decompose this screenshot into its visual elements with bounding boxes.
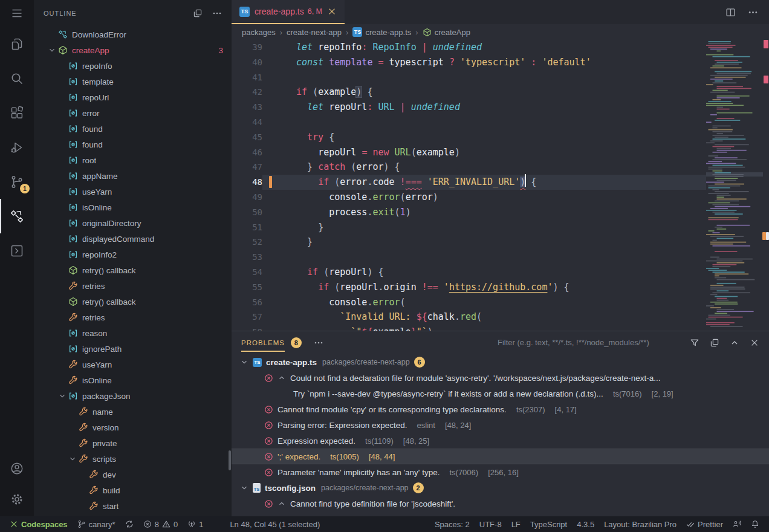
activity-files[interactable] — [0, 27, 34, 61]
code-line[interactable]: 40const template = typescript ? 'typescr… — [232, 55, 769, 70]
outline-item[interactable]: useYarn — [34, 184, 232, 199]
chevron-down-icon[interactable] — [48, 46, 58, 54]
outline-item[interactable]: template — [34, 74, 232, 89]
code-line[interactable]: 50 process.exit(1) — [232, 205, 769, 220]
code-line[interactable]: 47 } catch (error) { — [232, 160, 769, 175]
code-line[interactable]: 49 console.error(error) — [232, 190, 769, 205]
outline-item[interactable]: createApp3 — [34, 42, 232, 58]
more-actions-icon[interactable] — [748, 7, 758, 18]
code-line[interactable]: 46 repoUrl = new URL(example) — [232, 145, 769, 160]
outline-item[interactable]: appName — [34, 168, 232, 184]
code-line[interactable]: 45 try { — [232, 130, 769, 145]
problem-row[interactable]: The file is in the program because: — [232, 511, 769, 516]
outline-item[interactable]: build — [34, 482, 232, 498]
outline-item[interactable]: repoUrl — [34, 89, 232, 105]
outline-item[interactable]: retry() callback — [34, 294, 232, 310]
problem-row[interactable]: Parsing error: Expression expected.eslin… — [232, 417, 769, 433]
more-actions-icon[interactable] — [212, 8, 222, 18]
code-line[interactable]: 57 `Invalid URL: ${chalk.red( — [232, 310, 769, 325]
outline-item[interactable]: retry() callback — [34, 262, 232, 278]
code-line[interactable]: 54 if (repoUrl) { — [232, 265, 769, 280]
status-1[interactable]: 1 — [183, 516, 208, 532]
outline-item[interactable]: scripts — [34, 451, 232, 467]
problem-row[interactable]: Try `npm i --save-dev @types/async-retry… — [232, 386, 769, 401]
activity-search[interactable] — [0, 61, 34, 96]
status-feedback[interactable] — [728, 516, 746, 532]
activity-source-control[interactable]: 1 — [0, 164, 34, 199]
status-layout-brazilian-pro[interactable]: Layout: Brazilian Pro — [599, 516, 681, 532]
code-line[interactable]: 56 console.error( — [232, 295, 769, 310]
status-prettier[interactable]: Prettier — [681, 516, 728, 532]
status-4-3-5[interactable]: 4.3.5 — [572, 516, 599, 532]
problem-row[interactable]: Cannot find module 'cpy' or its correspo… — [232, 401, 769, 417]
outline-item[interactable]: root — [34, 152, 232, 168]
status-typescript[interactable]: TypeScript — [525, 516, 572, 532]
status-codespaces[interactable]: Codespaces — [5, 516, 73, 532]
outline-item[interactable]: private — [34, 435, 232, 451]
outline-item[interactable]: packageJson — [34, 388, 232, 404]
activity-extensions[interactable] — [0, 96, 34, 130]
split-editor-icon[interactable] — [725, 7, 736, 18]
code-line[interactable]: 55 if (repoUrl.origin !== 'https://githu… — [232, 280, 769, 295]
tab-problems[interactable]: PROBLEMS — [241, 339, 285, 346]
status-ln-48-col-45-1-selected-[interactable]: Ln 48, Col 45 (1 selected) — [225, 516, 325, 532]
tab-create-app-ts[interactable]: TS create-app.ts 6, M — [232, 0, 345, 24]
activity-symbols[interactable] — [0, 199, 34, 233]
outline-item[interactable]: displayedCommand — [34, 231, 232, 247]
chevron-up-icon[interactable] — [277, 499, 286, 508]
more-actions-icon[interactable] — [314, 338, 323, 348]
code-line[interactable]: 48 if (error.code !=== 'ERR_INVALID_URL'… — [232, 175, 769, 190]
problem-row[interactable]: ';' expected.ts(1005)[48, 44] — [232, 449, 769, 464]
outline-item[interactable]: retries — [34, 310, 232, 325]
chevron-down-icon[interactable] — [68, 455, 79, 463]
collapse-all-icon[interactable] — [710, 338, 719, 348]
chevron-up-icon[interactable] — [730, 338, 739, 348]
outline-item[interactable]: retries — [34, 278, 232, 294]
code-line[interactable]: 41 — [232, 70, 769, 85]
status-sync[interactable] — [120, 516, 138, 532]
code-line[interactable]: 44 — [232, 115, 769, 130]
chevron-down-icon[interactable] — [240, 358, 248, 366]
collapse-all-icon[interactable] — [193, 8, 203, 18]
breadcrumb-item[interactable]: TScreate-app.ts — [352, 27, 411, 37]
code-line[interactable]: 58 `"${example}"`) — [232, 325, 769, 331]
breadcrumb-item[interactable]: createApp — [423, 28, 470, 37]
activity-menu[interactable] — [0, 0, 34, 27]
outline-item[interactable]: repoInfo — [34, 58, 232, 74]
problem-row[interactable]: Parameter 'name' implicitly has an 'any'… — [232, 464, 769, 480]
status-spaces-2[interactable]: Spaces: 2 — [430, 516, 475, 532]
outline-item[interactable]: found — [34, 121, 232, 137]
activity-account[interactable] — [0, 455, 34, 482]
problems-file-row[interactable]: TStsconfig.jsonpackages/create-next-app2 — [232, 480, 769, 496]
code-line[interactable]: 51 } — [232, 220, 769, 235]
problems-filter-input[interactable] — [498, 338, 679, 347]
activity-gear[interactable] — [0, 482, 34, 516]
close-panel-icon[interactable] — [750, 338, 759, 348]
status-8[interactable]: 80 — [138, 516, 183, 532]
chevron-down-icon[interactable] — [240, 484, 248, 492]
outline-item[interactable]: dev — [34, 467, 232, 482]
code-line[interactable]: 52 } — [232, 235, 769, 250]
status-bell[interactable] — [746, 516, 764, 532]
code-line[interactable]: 43 let repoUrl: URL | undefined — [232, 100, 769, 115]
chevron-down-icon[interactable] — [58, 392, 68, 400]
status-lf[interactable]: LF — [507, 516, 525, 532]
outline-item[interactable]: ignorePath — [34, 341, 232, 357]
sidebar-scrollbar[interactable] — [229, 450, 231, 470]
status-utf-8[interactable]: UTF-8 — [475, 516, 507, 532]
outline-item[interactable]: version — [34, 420, 232, 435]
outline-item[interactable]: originalDirectory — [34, 215, 232, 231]
outline-item[interactable]: start — [34, 498, 232, 514]
outline-item[interactable]: isOnline — [34, 372, 232, 388]
tab-close-icon[interactable] — [327, 7, 337, 16]
outline-item[interactable]: useYarn — [34, 357, 232, 372]
outline-item[interactable]: error — [34, 105, 232, 121]
problem-row[interactable]: Expression expected.ts(1109)[48, 25] — [232, 433, 769, 449]
outline-item[interactable]: reason — [34, 325, 232, 341]
filter-icon[interactable] — [690, 338, 699, 348]
outline-item[interactable]: name — [34, 404, 232, 420]
minimap[interactable] — [706, 40, 763, 331]
outline-item[interactable]: found — [34, 137, 232, 152]
code-line[interactable]: 39let repoInfo: RepoInfo | undefined — [232, 40, 769, 55]
code-line[interactable]: 42if (example) { — [232, 85, 769, 100]
